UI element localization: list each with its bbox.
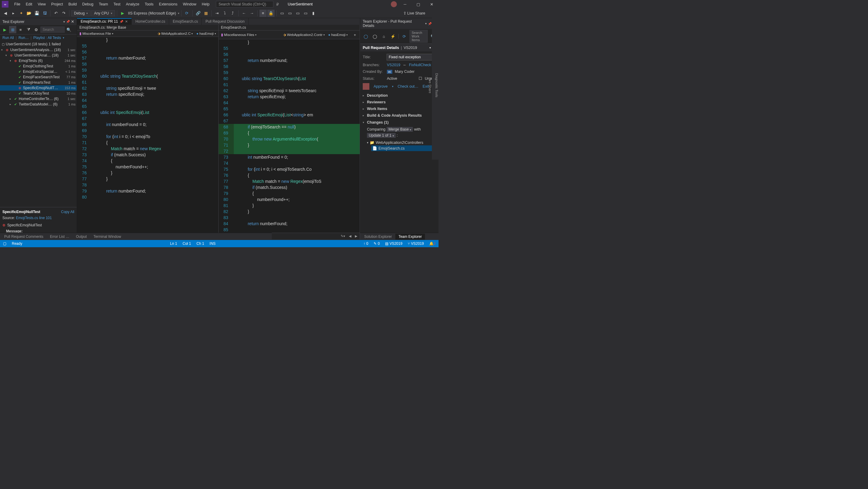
checkout-button[interactable]: Check out… <box>398 84 418 89</box>
forward-icon[interactable]: ◯ <box>371 33 378 40</box>
bottom-tab[interactable]: Error List … <box>47 234 72 240</box>
section-description[interactable]: ▸Description <box>363 92 436 99</box>
back-icon[interactable]: ◯ <box>362 33 369 40</box>
menu-help[interactable]: Help <box>199 1 212 7</box>
nav-right-icon[interactable]: → <box>248 10 255 17</box>
bottom-tab[interactable]: Pull Request Comments <box>1 234 46 240</box>
group-by-icon[interactable]: ⊞ <box>9 26 16 33</box>
test-node[interactable]: ✔TearsOfJoyTest10 ms <box>0 91 77 96</box>
sync-up-icon[interactable]: ↑ 0 <box>363 241 368 246</box>
start-target[interactable]: IIS Express (Microsoft Edge) <box>127 11 177 16</box>
section-work-items[interactable]: ▸Work Items <box>363 106 436 112</box>
refresh-icon[interactable]: ⟳ <box>401 33 408 40</box>
bottom-tab[interactable]: Solution Explorer <box>361 234 395 240</box>
code-left[interactable]: }555657 return numberFound;585960 ublic … <box>77 37 218 233</box>
notifications-icon[interactable]: 🔔2 <box>429 241 435 246</box>
open-icon[interactable]: 📂 <box>25 10 33 17</box>
status-ch[interactable]: Ch 1 <box>196 241 204 246</box>
live-share-icon[interactable]: ⇪ <box>403 11 406 16</box>
folder-node[interactable]: ▾📁 WebApplication2\Controllers <box>366 140 436 145</box>
repo-indicator[interactable]: ▤ VS2019 <box>385 241 402 246</box>
settings-icon[interactable]: ⚙ <box>33 26 40 33</box>
test-node[interactable]: ▾⊗UserSentimentAnal… (18)1 sec <box>0 53 77 58</box>
tbtn-misc2[interactable]: ▭ <box>286 10 293 17</box>
approve-button[interactable]: Approve <box>374 84 388 89</box>
tgt-branch-link[interactable]: FixNullCheck <box>409 63 431 67</box>
save-icon[interactable]: 💾 <box>33 10 40 17</box>
tbtn-misc3[interactable]: ▭ <box>294 10 302 17</box>
start-icon[interactable]: ▶ <box>119 10 126 17</box>
editor-tab[interactable]: HomeController.cs <box>132 18 169 25</box>
status-line[interactable]: Ln 1 <box>170 241 177 246</box>
update-dropdown[interactable]: Update 1 of 1 ▾ <box>367 133 396 138</box>
diagnostic-tools-tab[interactable]: Diagnostic Tools <box>435 73 438 97</box>
test-search-input[interactable] <box>40 27 65 33</box>
tbtn-misc1[interactable]: ▭ <box>278 10 286 17</box>
compare-base-dropdown[interactable]: Merge Base ▾ <box>386 127 413 132</box>
maximize-button[interactable]: ▢ <box>413 1 424 8</box>
status-ins[interactable]: INS <box>210 241 216 246</box>
redo-icon[interactable]: ↷ <box>60 10 67 17</box>
menu-window[interactable]: Window <box>180 1 199 7</box>
test-node[interactable]: ▸✔HomeControllerTe… (6)1 sec <box>0 96 77 102</box>
diff-nav-icon[interactable]: ✎▾ <box>341 234 345 238</box>
bottom-tab[interactable]: Team Explorer <box>395 234 425 240</box>
playlist-link[interactable]: Playlist : All Tests <box>33 36 61 40</box>
search-work-items-input[interactable]: Search Work Items <box>409 30 428 42</box>
plug-icon[interactable]: ⚡ <box>389 33 397 40</box>
config-dropdown[interactable]: Debug <box>71 10 91 16</box>
bookmark-icon[interactable]: ▮ <box>310 10 317 17</box>
pin-icon[interactable]: 📌 <box>428 22 432 25</box>
pr-title-input[interactable] <box>386 54 436 60</box>
pin-icon[interactable]: 📌 <box>66 20 70 23</box>
minimize-button[interactable]: ─ <box>400 1 410 8</box>
diff-next-icon[interactable]: ▶ <box>355 234 357 238</box>
step-into-icon[interactable]: ⇥ <box>214 10 221 17</box>
user-avatar[interactable] <box>391 1 397 7</box>
undo-icon[interactable]: ↶ <box>52 10 60 17</box>
new-project-icon[interactable]: ✦ <box>18 10 25 17</box>
test-node[interactable]: ▸✔TwitterDataModel… (6)1 ms <box>0 102 77 107</box>
nav-class-right[interactable]: ⬗WebApplication2.Contr▾ <box>282 32 326 37</box>
nav-fwd-icon[interactable]: ▸ <box>10 10 17 17</box>
code-right[interactable]: }555657 return numberFound;585960 ublic … <box>219 39 360 233</box>
tbtn-misc4[interactable]: ▭ <box>302 10 309 17</box>
bottom-tab[interactable]: Output <box>73 234 90 240</box>
filter-icon[interactable]: ⧩ <box>25 26 32 33</box>
editor-tab[interactable]: EmojiSearch.cs <box>169 18 202 25</box>
nav-member-left[interactable]: ●hasEmoji▾ <box>195 31 217 36</box>
search-icon[interactable]: 🔍 <box>65 26 72 33</box>
step-over-icon[interactable]: ⤵ <box>221 10 229 17</box>
menu-debug[interactable]: Debug <box>80 1 96 7</box>
nav-class-left[interactable]: ⬗WebApplication2.C▾ <box>156 31 194 36</box>
live-share-button[interactable]: Live Share <box>407 11 425 16</box>
nav-project-right[interactable]: ▮Miscellaneous Files▾ <box>220 32 258 37</box>
align-icon[interactable]: ≡ <box>259 10 267 17</box>
nav-left-icon[interactable]: ← <box>240 10 248 17</box>
close-panel-icon[interactable]: ✕ <box>71 19 74 24</box>
nav-back-icon[interactable]: ◀ <box>2 10 9 17</box>
menu-extensions[interactable]: Extensions <box>156 1 180 7</box>
refresh-icon[interactable]: ⟳ <box>183 10 191 17</box>
editor-tab[interactable]: Pull Request Discussion <box>202 18 248 25</box>
branch-indicator[interactable]: ⑂ VS2019 <box>408 241 424 246</box>
test-node[interactable]: ▾⊗UserSentimentAnalysis… (18)1 sec <box>0 47 77 53</box>
run-link[interactable]: Run… <box>19 36 29 40</box>
test-node[interactable]: ✔EmojiHeartsTest1 ms <box>0 80 77 85</box>
dropdown-icon[interactable]: ▾ <box>63 20 65 23</box>
test-node[interactable]: ✔EmojiExtraSpecial…< 1 ms <box>0 69 77 74</box>
save-all-icon[interactable]: 🖫 <box>41 10 48 17</box>
playlist-icon[interactable]: ≡ <box>17 26 24 33</box>
sync-down-icon[interactable]: ✎ 0 <box>374 241 380 246</box>
urgent-checkbox[interactable]: ☐ <box>418 76 422 81</box>
menu-test[interactable]: Test <box>111 1 123 7</box>
section-build-code-analysis-results[interactable]: ▸Build & Code Analysis Results <box>363 112 436 119</box>
menu-file[interactable]: File <box>11 1 23 7</box>
changed-file[interactable]: 📄EmojiSearch.cs <box>371 145 436 151</box>
section-changes[interactable]: ▾Changes (1) ↗ <box>363 119 436 126</box>
menu-analyze[interactable]: Analyze <box>123 1 142 7</box>
bottom-tab[interactable]: Terminal Window <box>90 234 124 240</box>
run-all-link[interactable]: Run All <box>2 36 14 40</box>
editor-tab[interactable]: EmojiSearch.cs: PR 11📌✕ <box>77 18 132 25</box>
step-out-icon[interactable]: ⤴ <box>229 10 237 17</box>
